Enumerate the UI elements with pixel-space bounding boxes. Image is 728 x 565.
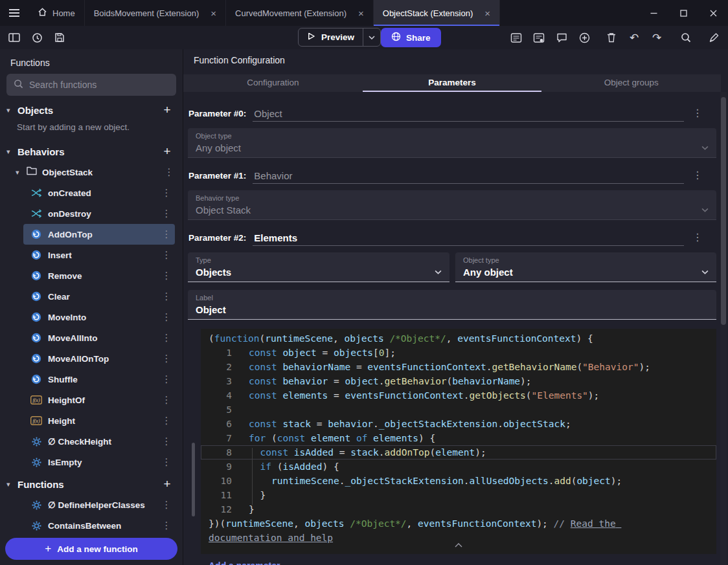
sidebar-item-oncreated[interactable]: onCreated⋮ (23, 183, 175, 203)
code-line-4[interactable]: 4const elements = eventsFunctionContext.… (201, 388, 716, 403)
search-icon[interactable] (679, 30, 692, 45)
sidebar-item-definehelperclasses[interactable]: ∅ DefineHelperClasses⋮ (23, 494, 175, 515)
panel-resize-handle[interactable] (192, 443, 195, 516)
action-icon (30, 353, 43, 364)
label-input[interactable]: Label Object (188, 290, 716, 320)
sidebar-item-ondestroy[interactable]: onDestroy⋮ (23, 203, 175, 224)
sidebar-item-isempty[interactable]: IsEmpty⋮ (23, 452, 175, 472)
type-dropdown[interactable]: Type Objects (188, 252, 449, 282)
item-menu-icon[interactable]: ⋮ (161, 311, 172, 323)
add-parameter-link[interactable]: Add a parameter (209, 560, 280, 565)
code-editor[interactable]: (function(runtimeScene, objects /*Object… (201, 329, 716, 554)
item-menu-icon[interactable]: ⋮ (161, 456, 172, 468)
item-menu-icon[interactable]: ⋮ (161, 208, 172, 219)
close-tab-icon[interactable]: × (210, 8, 216, 18)
minimize-button[interactable] (639, 0, 668, 26)
sidebar-item-moveallontop[interactable]: MoveAllOnTop⋮ (23, 348, 175, 369)
code-line-10[interactable]: 10 runtimeScene._objectStackExtension.al… (201, 474, 716, 488)
code-line-7[interactable]: 7for (const element of elements) { (201, 431, 716, 445)
parameter-menu-icon[interactable]: ⋮ (690, 107, 705, 122)
item-menu-icon[interactable]: ⋮ (161, 415, 172, 427)
collapse-editor-icon[interactable] (201, 537, 716, 551)
instructions-list-icon[interactable] (510, 30, 523, 45)
parameter-menu-icon[interactable]: ⋮ (690, 169, 705, 184)
parameter-name-input[interactable]: Elements (253, 232, 684, 246)
item-menu-icon[interactable]: ⋮ (161, 394, 172, 406)
add-free-function-icon[interactable]: + (159, 477, 175, 491)
history-icon[interactable] (30, 30, 43, 45)
add-object-icon[interactable]: + (159, 103, 175, 117)
undo-icon[interactable]: ↶ (628, 30, 641, 45)
section-functions[interactable]: ▾ Functions + (0, 474, 183, 494)
save-icon[interactable] (53, 30, 66, 45)
edit-theme-icon[interactable] (707, 30, 720, 45)
code-line-5[interactable]: 5 (201, 403, 716, 417)
section-objects[interactable]: ▾ Objects + (0, 100, 183, 120)
code-line-12[interactable]: 12} (201, 502, 716, 516)
item-menu-icon[interactable]: ⋮ (161, 499, 172, 511)
preview-button[interactable]: Preview (298, 28, 381, 47)
code-line-2[interactable]: 2const behaviorName = eventsFunctionCont… (201, 360, 716, 374)
share-button[interactable]: Share (381, 28, 441, 47)
item-menu-icon[interactable]: ⋮ (163, 166, 175, 178)
sidebar-item-checkheight[interactable]: ∅ CheckHeight⋮ (23, 431, 175, 452)
maximize-button[interactable] (668, 0, 698, 26)
item-menu-icon[interactable]: ⋮ (161, 520, 172, 531)
code-line-9[interactable]: 9 if (isAdded) { (201, 460, 716, 474)
item-menu-icon[interactable]: ⋮ (161, 353, 172, 364)
item-label: onDestroy (48, 209, 91, 219)
instructions-list-badge-icon[interactable] (532, 30, 545, 45)
object-type-dropdown[interactable]: Object type Any object (455, 252, 716, 282)
item-menu-icon[interactable]: ⋮ (161, 436, 172, 447)
parameter-menu-icon[interactable]: ⋮ (690, 231, 705, 246)
layout-panels-icon[interactable] (8, 30, 21, 45)
code-line-3[interactable]: 3const behavior = object.getBehavior(beh… (201, 374, 716, 388)
sidebar-item-moveallinto[interactable]: MoveAllInto⋮ (23, 327, 175, 348)
code-line-1[interactable]: 1const object = objects[0]; (201, 346, 716, 360)
tab-configuration[interactable]: Configuration (183, 74, 363, 92)
redo-icon[interactable]: ↷ (650, 30, 663, 45)
tab-object-groups[interactable]: Object groups (541, 74, 721, 92)
comments-icon[interactable] (555, 30, 568, 45)
sidebar-item-moveinto[interactable]: MoveInto⋮ (23, 307, 175, 327)
code-line-6[interactable]: 6const stack = behavior._objectStackExte… (201, 417, 716, 431)
behavior-folder-objectstack[interactable]: ▾ ObjectStack ⋮ (0, 162, 183, 183)
add-circle-icon[interactable] (578, 30, 591, 45)
section-behaviors[interactable]: ▾ Behaviors + (0, 141, 183, 162)
section-label: Objects (17, 105, 53, 116)
add-behavior-icon[interactable]: + (159, 144, 175, 159)
item-menu-icon[interactable]: ⋮ (161, 228, 172, 240)
tab-curvedmovement[interactable]: CurvedMovement (Extension) × (226, 0, 374, 26)
item-menu-icon[interactable]: ⋮ (161, 373, 172, 385)
search-input[interactable] (29, 80, 169, 90)
item-menu-icon[interactable]: ⋮ (161, 291, 172, 302)
item-menu-icon[interactable]: ⋮ (161, 249, 172, 261)
tab-parameters[interactable]: Parameters (363, 74, 542, 92)
add-new-function-button[interactable]: + Add a new function (5, 538, 177, 560)
close-button[interactable] (698, 0, 728, 26)
tab-boidsmovement[interactable]: BoidsMovement (Extension) × (85, 0, 226, 26)
sidebar-item-clear[interactable]: Clear⋮ (23, 286, 175, 307)
sidebar-item-height[interactable]: f(x)Height⋮ (23, 410, 175, 431)
preview-options-icon[interactable] (363, 28, 380, 46)
menu-icon[interactable] (0, 0, 28, 26)
item-menu-icon[interactable]: ⋮ (161, 187, 172, 199)
sidebar-item-addontop[interactable]: AddOnTop⋮ (23, 224, 175, 245)
tab-objectstack[interactable]: ObjectStack (Extension) × (374, 0, 500, 26)
tab-home[interactable]: Home (28, 0, 85, 26)
tab-label: Home (52, 8, 75, 18)
sidebar-item-remove[interactable]: Remove⋮ (23, 265, 175, 286)
search-box[interactable] (6, 74, 176, 96)
code-line-11[interactable]: 11 } (201, 488, 716, 502)
trash-icon[interactable] (605, 30, 618, 45)
sidebar-item-heightof[interactable]: f(x)HeightOf⋮ (23, 390, 175, 410)
code-line-8[interactable]: 8 const isAdded = stack.addOnTop(element… (201, 445, 716, 460)
sidebar-item-containsbetween[interactable]: ContainsBetween⋮ (23, 515, 175, 536)
sidebar-item-insert[interactable]: Insert⋮ (23, 245, 175, 265)
item-menu-icon[interactable]: ⋮ (161, 270, 172, 282)
scrollbar-thumb[interactable] (721, 97, 726, 325)
sidebar-item-shuffle[interactable]: Shuffle⋮ (23, 369, 175, 390)
close-tab-icon[interactable]: × (484, 8, 490, 18)
close-tab-icon[interactable]: × (358, 8, 364, 18)
item-menu-icon[interactable]: ⋮ (161, 332, 172, 344)
